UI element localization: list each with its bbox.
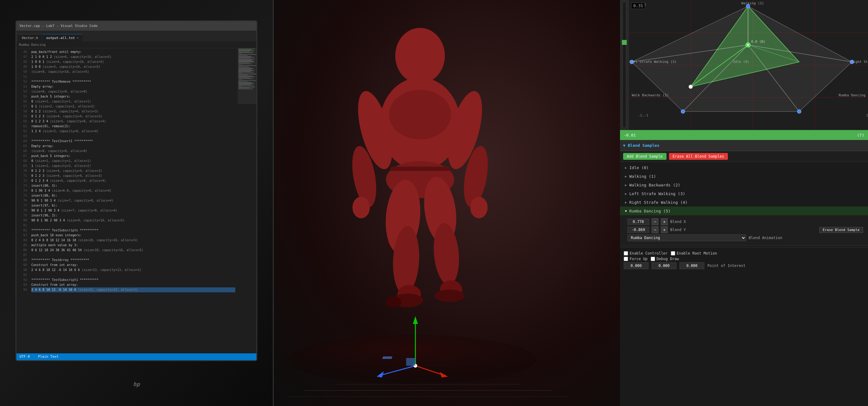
code-area: pop_back/front until empty: 2 1 0 0 1 2 … [29, 48, 238, 361]
blend-y-row: − + Blend Y Erase Blend Sample [627, 226, 863, 233]
blend-x-row: − + Blend X [627, 218, 863, 225]
walk-backward-label: Walk Backwards (2) [632, 93, 669, 97]
force-up-checkbox[interactable] [624, 257, 628, 261]
debug-draw-label: Debug Draw [657, 257, 679, 261]
left-strafe-arrow-icon: ▶ [625, 192, 627, 195]
blend-item-walking-backwards[interactable]: ▶ Walking Backwards (2) [620, 180, 868, 189]
blend-samples-buttons: Add Blend Sample Erase All Blend Samples [620, 151, 868, 162]
erase-all-blend-samples-button[interactable]: Erase All Blend Samples [669, 153, 728, 160]
walking-label-text: Walking (1) [629, 174, 656, 179]
coord-z-input[interactable] [680, 262, 704, 269]
blend-item-idle[interactable]: ▶ Idle (0) [620, 163, 868, 172]
corner-label-br: 1,-1 [866, 113, 868, 117]
rumba-label-text: Rumba Dancing (5) [629, 209, 671, 213]
point-of-interest-label: Point of Interest [707, 264, 746, 268]
walking-label: Walking (1) [742, 1, 764, 5]
rumba-graph-label: Rumba Dancing (5) [839, 93, 868, 97]
control-row-1: Enable Controller Enable Root Motion [624, 251, 864, 256]
close-icon[interactable]: × [77, 36, 79, 40]
blend-x-plus-button[interactable]: + [661, 218, 668, 225]
viewport-background [273, 0, 620, 406]
v-slider-track [623, 2, 626, 127]
erase-blend-sample-button[interactable]: Erase Blend Sample [819, 227, 863, 233]
rumba-arrow-icon: ▼ [625, 209, 627, 213]
blend-samples-arrow-icon: ▼ [623, 143, 625, 148]
blend-samples-panel: ▼ Blend Samples Add Blend Sample Erase A… [620, 140, 868, 406]
right-strafe-label-text: Right Strafe Walking (4) [629, 200, 688, 205]
enable-controller-checkbox[interactable] [624, 251, 628, 256]
graph-value-display: 0.31 [631, 2, 645, 9]
status-bar: UTF-8 Plain Text [17, 353, 256, 360]
blend-animation-select[interactable]: Rumba Dancing [627, 234, 746, 241]
tab-output-all[interactable]: output-all.txt × [42, 34, 83, 41]
blend-samples-header: ▼ Blend Samples [620, 140, 868, 151]
debug-draw-checkbox[interactable] [651, 257, 655, 261]
bottom-controls: Enable Controller Enable Root Motion For… [620, 247, 868, 273]
coord-y-input[interactable] [652, 262, 676, 269]
walking-arrow-icon: ▶ [625, 175, 627, 178]
blend-y-value-input[interactable] [627, 227, 649, 233]
svg-point-8 [352, 197, 370, 218]
debug-draw-group: Debug Draw [651, 257, 679, 261]
v-slider-thumb[interactable] [622, 40, 627, 45]
blend-item-rumba[interactable]: ▼ Rumba Dancing (5) [620, 207, 868, 215]
left-strafe-label-text: Left Strafe Walking (3) [629, 192, 685, 196]
left-strafe-label: Left Strafe Walking (3) [629, 60, 676, 64]
blend-x-label: Blend X [670, 219, 863, 224]
vscode-title: Vector.cpp - Lab7 - Visual Studio Code [20, 24, 98, 28]
force-up-group: Force Up [624, 257, 648, 261]
svg-rect-32 [406, 358, 415, 366]
enable-root-motion-group: Enable Root Motion [671, 251, 717, 256]
vertical-slider[interactable] [620, 0, 629, 130]
breadcrumb-text: Rumba Dancing [19, 43, 45, 47]
idle-arrow-icon: ▶ [625, 166, 627, 169]
line-numbers: 4647484950 5152535455 5657585960 6162636… [17, 48, 29, 361]
minimap[interactable] [238, 48, 256, 361]
vscode-tabs: Vector.h output-all.txt × [17, 31, 256, 41]
svg-rect-33 [382, 357, 393, 359]
graph-bottom-count: (7) [857, 133, 864, 137]
enable-controller-group: Enable Controller [624, 251, 668, 256]
blend-list: ▶ Idle (0) ▶ Walking (1) ▶ Walking Backw… [620, 162, 868, 247]
hp-logo: hp [133, 381, 140, 387]
coord-x-input[interactable] [624, 262, 649, 269]
graph-grid [629, 0, 868, 130]
idle-label-text: Idle (0) [629, 165, 649, 170]
vscode-titlebar: Vector.cpp - Lab7 - Visual Studio Code [17, 21, 256, 31]
tab-vector-h-label: Vector.h [22, 36, 38, 40]
vscode-content: 4647484950 5152535455 5657585960 6162636… [17, 48, 256, 361]
svg-marker-26 [413, 316, 418, 324]
walking-backwards-arrow-icon: ▶ [625, 183, 627, 187]
control-row-coords: Point of Interest [624, 262, 864, 269]
right-strafe-arrow-icon: ▶ [625, 201, 627, 204]
enable-root-motion-label: Enable Root Motion [677, 251, 717, 256]
enable-controller-label: Enable Controller [630, 251, 668, 256]
walking-backwards-label-text: Walking Backwards (2) [629, 183, 680, 188]
add-blend-sample-button[interactable]: Add Blend Sample [623, 153, 666, 160]
blend-animation-row: Rumba Dancing Blend Animation [627, 234, 863, 241]
right-panel: 0.0 (B) -1,1 1,1 -1,-1 1,-1 Walking (1) … [620, 0, 868, 406]
blend-y-minus-button[interactable]: − [652, 226, 658, 233]
status-text: UTF-8 Plain Text [20, 354, 59, 359]
blend-detail-rumba: − + Blend X − + Blend Y Erase Blend Samp… [620, 215, 868, 246]
blend-x-minus-button[interactable]: − [652, 218, 658, 225]
middle-panel [273, 0, 620, 406]
graph-bottom-bar: -0.01 (7) [620, 130, 868, 140]
control-row-2: Force Up Debug Draw [624, 257, 864, 261]
blend-x-value-input[interactable] [627, 218, 649, 225]
enable-root-motion-checkbox[interactable] [671, 251, 675, 256]
svg-point-9 [470, 197, 488, 218]
graph-bottom-value: -0.01 [624, 133, 636, 137]
svg-point-0 [395, 28, 445, 83]
force-up-label: Force Up [630, 257, 648, 261]
svg-point-3 [389, 90, 451, 139]
blend-item-left-strafe[interactable]: ▶ Left Strafe Walking (3) [620, 189, 868, 198]
blend-item-right-strafe[interactable]: ▶ Right Strafe Walking (4) [620, 198, 868, 207]
tab-output-label: output-all.txt [46, 36, 75, 40]
tab-vector-h[interactable]: Vector.h [18, 34, 42, 41]
blend-animation-label: Blend Animation [749, 236, 863, 240]
blend-item-walking[interactable]: ▶ Walking (1) [620, 172, 868, 180]
blend-y-plus-button[interactable]: + [661, 226, 668, 233]
blend-graph-canvas[interactable]: 0.0 (B) -1,1 1,1 -1,-1 1,-1 Walking (1) … [629, 0, 868, 130]
svg-rect-20 [391, 167, 450, 171]
